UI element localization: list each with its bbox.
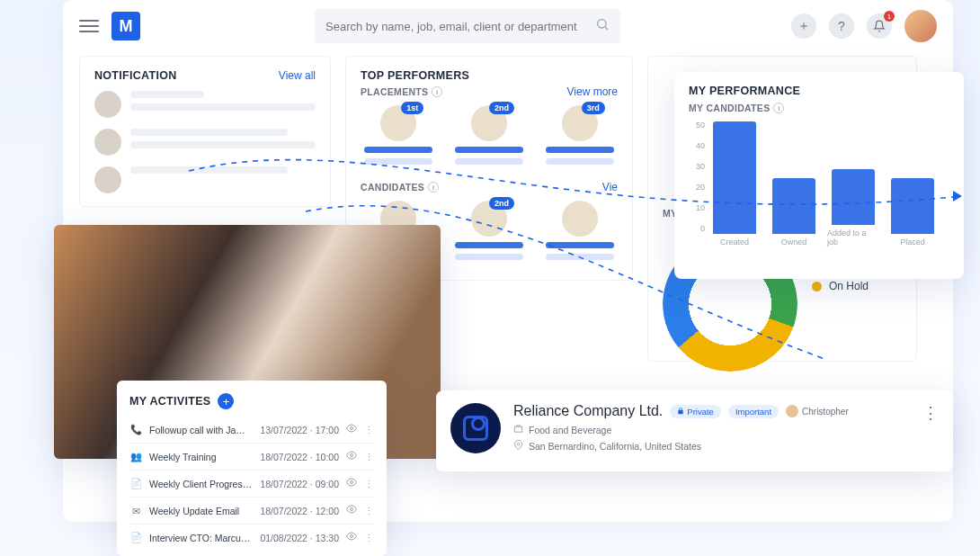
header: M ＋ ? 1 xyxy=(63,0,953,52)
svg-line-1 xyxy=(605,27,608,30)
my-performance-title: MY PERFORMANCE xyxy=(689,85,949,97)
phone-icon: 📞 xyxy=(129,424,142,435)
more-icon[interactable]: ⋮ xyxy=(364,533,374,543)
score-bar xyxy=(364,158,432,165)
performer-item[interactable] xyxy=(541,201,618,260)
svg-point-0 xyxy=(598,20,606,28)
score-bar xyxy=(546,254,614,260)
notification-item[interactable] xyxy=(94,91,316,118)
eye-icon[interactable] xyxy=(346,531,357,544)
company-location: San Bernardino, California, United State… xyxy=(513,440,849,452)
activity-row[interactable]: 👥 Weekly Training 18/07/2022 · 10:00 ⋮ xyxy=(129,443,374,470)
performer-item[interactable]: 1st xyxy=(361,105,437,165)
score-bar xyxy=(546,158,614,165)
notification-badge: 1 xyxy=(884,11,895,22)
chart-bar: Added to a job xyxy=(827,169,879,247)
avatar[interactable] xyxy=(904,10,937,42)
activity-time: 18/07/2022 · 09:00 xyxy=(260,479,339,489)
my-activities-title: MY ACTIVITES xyxy=(129,395,210,408)
more-icon[interactable]: ⋮ xyxy=(922,403,939,423)
notification-title: NOTIFICATION xyxy=(94,69,177,82)
view-more-link[interactable]: View more xyxy=(567,85,618,98)
candidates-label: CANDIDATES xyxy=(361,182,424,193)
search-field[interactable] xyxy=(325,20,588,33)
pin-icon xyxy=(513,440,523,452)
performer-item[interactable]: 3rd xyxy=(541,105,618,165)
chart-x-label: Owned xyxy=(781,238,807,247)
avatar xyxy=(94,91,121,118)
activity-title: Weekly Client Progress Update xyxy=(149,479,253,489)
score-bar xyxy=(546,242,614,248)
legend-dot xyxy=(812,282,822,291)
avatar: 3rd xyxy=(562,105,598,141)
more-icon[interactable]: ⋮ xyxy=(364,425,374,435)
search-input[interactable] xyxy=(315,9,620,43)
chart-bar: Owned xyxy=(768,178,820,247)
activity-title: Weekly Update Email xyxy=(149,506,253,516)
my-performance-card: MY PERFORMANCE MY CANDIDATESi 5040302010… xyxy=(674,72,964,279)
activity-row[interactable]: 📞 Followup call with James Bond 13/07/20… xyxy=(129,417,374,443)
more-icon[interactable]: ⋮ xyxy=(364,479,374,489)
activity-row[interactable]: 📄 Weekly Client Progress Update 18/07/20… xyxy=(129,470,374,497)
performance-bar-chart: 50403020100 Created Owned Added to a job… xyxy=(689,121,949,247)
score-bar xyxy=(455,158,523,165)
info-icon[interactable]: i xyxy=(432,86,442,97)
performer-item[interactable]: 2nd xyxy=(451,201,528,260)
score-bar xyxy=(455,147,523,153)
more-icon[interactable]: ⋮ xyxy=(364,452,374,462)
activity-time: 18/07/2022 · 12:00 xyxy=(260,506,339,516)
notification-item[interactable] xyxy=(94,129,316,156)
avatar xyxy=(94,129,121,156)
chart-bar: Placed xyxy=(886,178,939,247)
mail-icon: ✉ xyxy=(129,506,142,516)
svg-point-8 xyxy=(517,443,520,445)
add-icon[interactable]: ＋ xyxy=(791,13,816,39)
activity-row[interactable]: ✉ Weekly Update Email 18/07/2022 · 12:00… xyxy=(129,497,374,524)
chart-x-label: Added to a job xyxy=(827,229,879,247)
group-icon: 👥 xyxy=(129,451,142,462)
help-icon[interactable]: ? xyxy=(829,13,854,39)
svg-point-5 xyxy=(351,508,353,511)
view-all-link[interactable]: View all xyxy=(279,69,316,82)
avatar: 1st xyxy=(380,105,416,141)
info-icon[interactable]: i xyxy=(773,103,784,113)
eye-icon[interactable] xyxy=(346,450,357,463)
svg-point-4 xyxy=(351,481,353,484)
notification-item[interactable] xyxy=(94,166,316,193)
app-logo[interactable]: M xyxy=(111,12,140,40)
bell-icon[interactable]: 1 xyxy=(867,13,892,39)
legend-label: On Hold xyxy=(829,280,869,292)
info-icon[interactable]: i xyxy=(428,182,439,193)
svg-point-6 xyxy=(351,535,353,538)
top-performers-title: TOP PERFORMERS xyxy=(361,69,618,82)
legend-item: On Hold xyxy=(812,280,869,292)
eye-icon[interactable] xyxy=(346,504,357,517)
more-icon[interactable]: ⋮ xyxy=(364,506,374,516)
activity-title: Followup call with James Bond xyxy=(149,425,253,435)
industry-icon xyxy=(513,424,523,435)
search-icon[interactable] xyxy=(595,17,610,35)
activity-time: 18/07/2022 · 10:00 xyxy=(260,452,339,462)
rank-badge: 1st xyxy=(401,102,423,114)
avatar xyxy=(562,201,598,237)
view-more-link[interactable]: Vie xyxy=(602,181,618,193)
avatar: 2nd xyxy=(471,105,507,141)
notification-card: NOTIFICATION View all xyxy=(79,56,331,207)
avatar: 2nd xyxy=(471,201,507,237)
performer-item[interactable]: 2nd xyxy=(451,105,528,165)
eye-icon[interactable] xyxy=(346,423,357,436)
important-tag: Important xyxy=(728,405,779,418)
company-owner[interactable]: Christopher xyxy=(786,405,849,417)
company-logo xyxy=(450,403,501,453)
company-name[interactable]: Reliance Company Ltd. xyxy=(513,403,663,419)
my-candidates-label: MY CANDIDATES xyxy=(689,103,770,113)
rank-badge: 3rd xyxy=(582,102,605,114)
add-activity-button[interactable]: + xyxy=(218,393,234,409)
eye-icon[interactable] xyxy=(346,477,357,490)
placements-label: PLACEMENTS xyxy=(361,86,428,97)
menu-icon[interactable] xyxy=(79,20,99,32)
activity-time: 01/08/2022 · 13:30 xyxy=(260,533,339,543)
activity-row[interactable]: 📄 Interview CTO: Marcus Shane 01/08/2022… xyxy=(129,524,374,551)
score-bar xyxy=(455,242,523,248)
chart-x-label: Placed xyxy=(900,238,925,247)
